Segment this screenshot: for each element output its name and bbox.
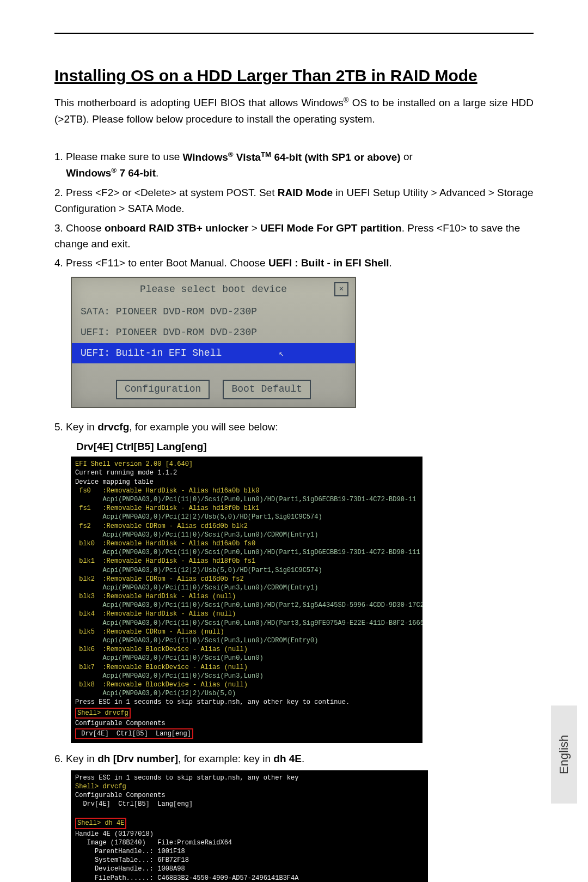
s4-b: UEFI : Built - in EFI Shell bbox=[268, 257, 389, 269]
s1-e: . bbox=[156, 167, 158, 179]
cursor-icon: ↖ bbox=[279, 348, 284, 361]
top-rule bbox=[54, 33, 534, 34]
s5-c: , for example you will see below: bbox=[129, 421, 278, 433]
s3-d: UEFI Mode For GPT partition bbox=[260, 222, 402, 234]
s1-c: or bbox=[401, 151, 413, 163]
boot-device-dialog: Please select boot device ✕ SATA: PIONEE… bbox=[71, 277, 356, 408]
s5-b: drvcfg bbox=[97, 421, 129, 433]
step-6: 6. Key in dh [Drv number], for example: … bbox=[54, 751, 534, 767]
s3-a: 3. Choose bbox=[54, 222, 105, 234]
s6-e: . bbox=[302, 753, 304, 764]
language-tab: English bbox=[551, 705, 577, 804]
step-5: 5. Key in drvcfg, for example you will s… bbox=[54, 419, 534, 435]
reg2: ® bbox=[111, 166, 117, 174]
efi-shell-screenshot-2: Press ESC in 1 seconds to skip startup.n… bbox=[71, 770, 428, 883]
s4-c: . bbox=[389, 257, 392, 269]
step-3: 3. Choose onboard RAID 3TB+ unlocker > U… bbox=[54, 220, 534, 252]
s1-d2: 7 64-bit bbox=[117, 167, 156, 179]
highlight-drv-result: Drv[4E] Ctrl[B5] Lang[eng] bbox=[75, 728, 193, 739]
reg-mark: ® bbox=[344, 96, 349, 104]
efi-shell-screenshot-1: EFI Shell version 2.00 [4.640] Current r… bbox=[71, 457, 422, 743]
s1-a: 1. Please make sure to use bbox=[54, 151, 183, 163]
boot-option-uefi-dvd[interactable]: UEFI: PIONEER DVD-ROM DVD-230P bbox=[72, 323, 355, 343]
s2-a: 2. Press <F2> or <Delete> at system POST… bbox=[54, 187, 278, 198]
s1-b3: 64-bit (with SP1 or above) bbox=[271, 151, 401, 163]
configuration-button[interactable]: Configuration bbox=[116, 380, 210, 399]
tm: TM bbox=[261, 150, 271, 158]
s3-b: onboard RAID 3TB+ unlocker bbox=[105, 222, 248, 234]
s6-b: dh [Drv number] bbox=[97, 753, 178, 764]
intro-pre: This motherboard is adopting UEFI BIOS t… bbox=[54, 97, 344, 108]
s6-a: 6. Key in bbox=[54, 753, 97, 764]
s1-b1: Windows bbox=[183, 151, 228, 163]
intro-paragraph: This motherboard is adopting UEFI BIOS t… bbox=[54, 95, 534, 127]
section-title: Installing OS on a HDD Larger Than 2TB i… bbox=[54, 66, 534, 85]
boot-option-uefi-shell[interactable]: UEFI: Built-in EFI Shell ↖ bbox=[72, 343, 355, 364]
step-4: 4. Press <F11> to enter Boot Manual. Cho… bbox=[54, 255, 534, 271]
s6-c: , for example: key in bbox=[178, 753, 273, 764]
highlight-drvcfg: Shell> drvcfg bbox=[75, 708, 131, 719]
reg: ® bbox=[228, 150, 234, 158]
s4-a: 4. Press <F11> to enter Boot Manual. Cho… bbox=[54, 257, 268, 269]
s6-d: dh 4E bbox=[273, 753, 302, 764]
step5-result: Drv[4E] Ctrl[B5] Lang[eng] bbox=[76, 439, 534, 454]
s2-b: RAID Mode bbox=[278, 187, 333, 198]
s3-c: > bbox=[248, 222, 260, 234]
language-label: English bbox=[557, 735, 571, 774]
step-2: 2. Press <F2> or <Delete> at system POST… bbox=[54, 185, 534, 217]
step-1: 1. Please make sure to use Windows® Vist… bbox=[54, 149, 534, 181]
s1-b2: Vista bbox=[234, 151, 261, 163]
close-icon[interactable]: ✕ bbox=[334, 282, 348, 296]
highlight-dh-4e: Shell> dh 4E bbox=[75, 818, 126, 829]
boot-title: Please select boot device bbox=[140, 282, 287, 297]
s1-d1: Windows bbox=[66, 167, 111, 179]
boot-option-sata[interactable]: SATA: PIONEER DVD-ROM DVD-230P bbox=[72, 302, 355, 323]
boot-default-button[interactable]: Boot Default bbox=[223, 380, 311, 399]
s5-a: 5. Key in bbox=[54, 421, 97, 433]
